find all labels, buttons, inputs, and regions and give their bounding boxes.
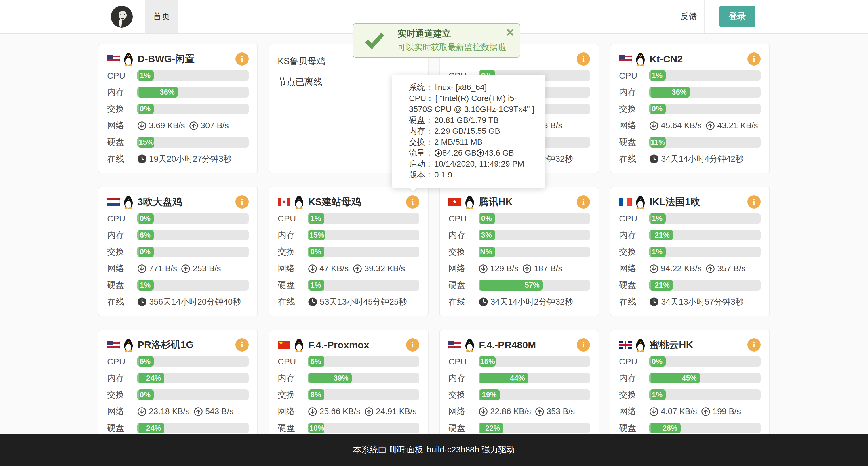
usage-bar-track: 22% [478,423,590,433]
success-check-icon [364,32,385,49]
swap-row: 交换0% [107,390,249,400]
usage-bar-track: 15% [137,137,249,147]
net-down-value: 94.22 KB/s [661,264,702,273]
usage-bar-fill: 5% [308,356,324,367]
stat-label: 硬盘 [619,279,649,291]
swap-row: 交换0% [619,104,761,114]
server-card: D-BWG-闲置iCPU1%内存36%交换0%网络3.69 KB/s307 B/… [98,44,258,173]
feedback-label: 反馈 [680,11,698,23]
usage-bar-fill: 36% [649,87,690,98]
stat-label: 内存 [619,372,649,384]
mem-row: 内存15% [278,230,419,240]
flag-us-icon [619,55,632,63]
login-button[interactable]: 登录 [719,6,755,27]
stat-label: 在线 [448,296,478,308]
linux-tux-icon [123,52,134,66]
download-circle-icon [434,149,442,157]
server-name: 蜜桃云HK [650,338,747,352]
usage-percent: 6% [140,231,151,239]
usage-bar-track: 0% [137,104,249,114]
usage-bar-fill: N% [478,246,495,257]
net-up-value: 307 B/s [200,121,229,130]
card-header: D-BWG-闲置i [107,51,249,67]
usage-bar-fill: 10% [308,423,324,433]
uptime-row: 在线34天13小时57分钟3秒 [619,297,761,307]
tooltip-row: 硬盘：20.81 GB/1.79 TB [409,115,535,126]
cpu-row: CPU0% [619,356,761,367]
usage-percent: 39% [334,374,348,382]
flag-gb-icon [619,341,632,349]
download-circle-icon [137,121,147,130]
toast-close-icon[interactable] [506,29,514,36]
tab-home-label: 首页 [153,11,170,23]
swap-row: 交换8% [278,390,419,400]
upload-circle-icon [364,407,374,416]
stat-label: 交换 [278,389,308,401]
usage-percent: 0% [140,247,151,256]
uptime-clock-icon [137,297,147,307]
upload-circle-icon [353,264,362,273]
uptime-value-wrap: 34天14小时2分钟32秒 [478,296,573,308]
stat-label: 交换 [619,246,649,258]
linux-tux-icon [123,338,134,352]
disk-row: 硬盘22% [448,423,590,433]
info-icon[interactable]: i [577,195,590,208]
net-up-value: 253 B/s [192,264,221,273]
mem-row: 内存24% [107,373,249,384]
info-icon[interactable]: i [747,52,761,66]
usage-bar-track: 0% [649,104,761,114]
usage-bar-track: 21% [649,230,761,240]
usage-bar-track: 1% [137,70,249,81]
card-header: 3欧大盘鸡i [107,194,249,210]
card-header: IKL法国1欧i [619,194,761,210]
usage-bar-track: 0% [649,356,761,367]
info-icon[interactable]: i [406,338,419,352]
tooltip-value: 2.29 GB/15.55 GB [434,127,500,135]
info-icon[interactable]: i [236,338,249,352]
server-card: IKL法国1欧iCPU1%内存21%交换1%网络94.22 KB/s357 B/… [610,187,770,316]
card-header: F.4.-Proxmoxi [278,337,419,353]
info-icon[interactable]: i [236,195,249,208]
info-icon[interactable]: i [747,195,761,208]
download-circle-icon [478,407,488,416]
nezha-panel-link[interactable]: 哪吒面板 [390,444,423,456]
linux-tux-icon [293,338,305,352]
usage-bar-fill: 0% [478,213,495,224]
usage-bar-fill: 22% [478,423,503,433]
info-icon[interactable]: i [747,338,761,352]
network-values: 45.64 KB/s43.21 KB/s [649,121,758,130]
tooltip-label: 内存： [409,127,433,135]
server-card: 腾讯HKiCPU0%内存3%交换N%网络129 B/s187 B/s硬盘57%在… [439,187,599,316]
cpu-row: CPU1% [619,70,761,81]
usage-percent: 5% [140,357,151,366]
usage-bar-fill: 0% [137,246,154,257]
usage-bar-track: 57% [478,280,590,291]
net-row: 网络4.07 KB/s199 B/s [619,406,761,417]
usage-percent: 0% [140,214,151,223]
net-row: 网络94.22 KB/s357 B/s [619,263,761,274]
tooltip-row: 内存：2.29 GB/15.55 GB [409,126,535,137]
stat-label: 交换 [448,389,478,401]
uptime-clock-icon [649,297,659,307]
net-up-value: 543 B/s [205,407,234,416]
usage-percent: 28% [662,424,678,432]
info-icon[interactable]: i [577,52,590,66]
mem-row: 内存39% [278,373,419,384]
info-icon[interactable]: i [577,338,590,352]
feedback-link[interactable]: 反馈 [673,0,704,33]
download-circle-icon [308,407,317,416]
usage-percent: 44% [510,374,525,382]
stat-label: 硬盘 [107,136,137,148]
net-down-value: 23.18 KB/s [149,407,190,416]
info-icon[interactable]: i [406,195,419,208]
disk-row: 硬盘57% [448,280,590,291]
mem-row: 内存21% [619,230,761,240]
net-row: 网络22.86 KB/s353 B/s [448,406,590,417]
upload-circle-icon [189,121,198,130]
server-name: F.4.-Proxmox [308,339,406,351]
info-icon[interactable]: i [236,52,249,66]
tab-home[interactable]: 首页 [145,0,178,33]
logo-avatar[interactable] [98,0,145,33]
upload-circle-icon [535,407,544,416]
stat-label: 内存 [278,372,308,384]
